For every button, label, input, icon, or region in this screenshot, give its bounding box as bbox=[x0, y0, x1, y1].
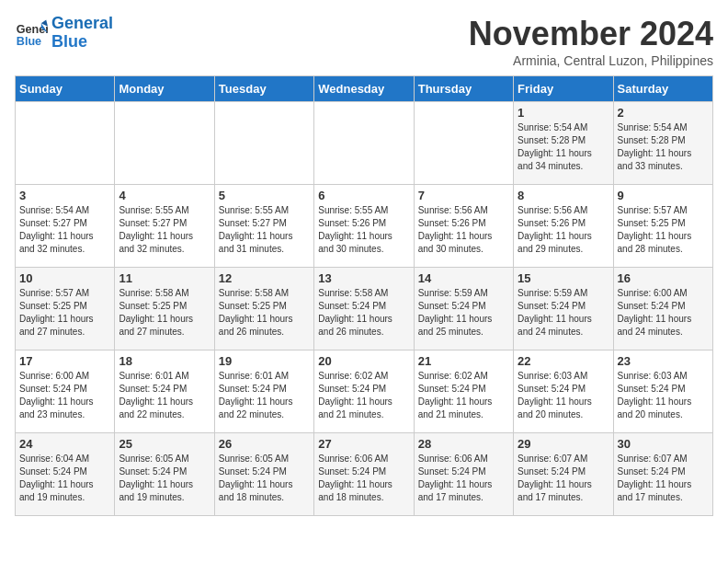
day-number: 13 bbox=[318, 271, 409, 285]
day-info: Sunrise: 6:01 AM Sunset: 5:24 PM Dayligh… bbox=[219, 370, 310, 421]
day-cell: 30Sunrise: 6:07 AM Sunset: 5:24 PM Dayli… bbox=[613, 433, 712, 516]
calendar-table: SundayMondayTuesdayWednesdayThursdayFrid… bbox=[15, 75, 713, 516]
day-cell bbox=[214, 102, 313, 185]
day-info: Sunrise: 5:54 AM Sunset: 5:27 PM Dayligh… bbox=[19, 204, 110, 256]
col-header-tuesday: Tuesday bbox=[214, 76, 313, 102]
day-info: Sunrise: 6:03 AM Sunset: 5:24 PM Dayligh… bbox=[618, 370, 709, 421]
day-number: 2 bbox=[618, 106, 709, 120]
day-info: Sunrise: 6:00 AM Sunset: 5:24 PM Dayligh… bbox=[19, 370, 110, 421]
day-cell: 3Sunrise: 5:54 AM Sunset: 5:27 PM Daylig… bbox=[16, 185, 115, 268]
day-cell: 16Sunrise: 6:00 AM Sunset: 5:24 PM Dayli… bbox=[613, 268, 712, 350]
day-info: Sunrise: 5:57 AM Sunset: 5:25 PM Dayligh… bbox=[618, 204, 709, 256]
day-cell bbox=[314, 102, 414, 185]
day-number: 30 bbox=[618, 437, 709, 451]
day-cell: 19Sunrise: 6:01 AM Sunset: 5:24 PM Dayli… bbox=[214, 350, 313, 433]
day-number: 24 bbox=[19, 437, 110, 451]
day-cell: 2Sunrise: 5:54 AM Sunset: 5:28 PM Daylig… bbox=[613, 102, 712, 185]
title-block: November 2024 Arminia, Central Luzon, Ph… bbox=[469, 15, 713, 68]
day-cell: 21Sunrise: 6:02 AM Sunset: 5:24 PM Dayli… bbox=[414, 350, 513, 433]
day-cell: 29Sunrise: 6:07 AM Sunset: 5:24 PM Dayli… bbox=[514, 433, 613, 516]
day-info: Sunrise: 5:58 AM Sunset: 5:25 PM Dayligh… bbox=[219, 287, 310, 339]
day-number: 10 bbox=[19, 271, 110, 285]
day-number: 6 bbox=[318, 189, 409, 202]
day-number: 20 bbox=[318, 354, 409, 368]
logo-icon: General Blue bbox=[15, 17, 48, 50]
header-row: SundayMondayTuesdayWednesdayThursdayFrid… bbox=[16, 76, 713, 102]
col-header-thursday: Thursday bbox=[414, 76, 513, 102]
day-cell: 9Sunrise: 5:57 AM Sunset: 5:25 PM Daylig… bbox=[613, 185, 712, 268]
logo: General Blue General Blue bbox=[15, 15, 113, 52]
day-cell: 12Sunrise: 5:58 AM Sunset: 5:25 PM Dayli… bbox=[214, 268, 313, 350]
day-cell: 6Sunrise: 5:55 AM Sunset: 5:26 PM Daylig… bbox=[314, 185, 414, 268]
day-cell bbox=[16, 102, 115, 185]
day-cell: 27Sunrise: 6:06 AM Sunset: 5:24 PM Dayli… bbox=[314, 433, 414, 516]
day-cell: 22Sunrise: 6:03 AM Sunset: 5:24 PM Dayli… bbox=[514, 350, 613, 433]
col-header-friday: Friday bbox=[514, 76, 613, 102]
day-info: Sunrise: 6:06 AM Sunset: 5:24 PM Dayligh… bbox=[318, 453, 409, 504]
day-number: 7 bbox=[418, 189, 509, 202]
day-info: Sunrise: 5:54 AM Sunset: 5:28 PM Dayligh… bbox=[518, 121, 609, 173]
day-number: 21 bbox=[418, 354, 509, 368]
day-cell: 20Sunrise: 6:02 AM Sunset: 5:24 PM Dayli… bbox=[314, 350, 414, 433]
logo-text-line1: General bbox=[51, 15, 113, 33]
day-info: Sunrise: 5:55 AM Sunset: 5:26 PM Dayligh… bbox=[318, 204, 409, 256]
day-cell: 24Sunrise: 6:04 AM Sunset: 5:24 PM Dayli… bbox=[16, 433, 115, 516]
day-info: Sunrise: 6:04 AM Sunset: 5:24 PM Dayligh… bbox=[19, 453, 110, 504]
day-number: 27 bbox=[318, 437, 409, 451]
day-info: Sunrise: 6:03 AM Sunset: 5:24 PM Dayligh… bbox=[518, 370, 609, 421]
day-cell: 11Sunrise: 5:58 AM Sunset: 5:25 PM Dayli… bbox=[115, 268, 214, 350]
day-info: Sunrise: 5:59 AM Sunset: 5:24 PM Dayligh… bbox=[518, 287, 609, 339]
day-cell: 26Sunrise: 6:05 AM Sunset: 5:24 PM Dayli… bbox=[214, 433, 313, 516]
day-info: Sunrise: 5:59 AM Sunset: 5:24 PM Dayligh… bbox=[418, 287, 509, 339]
day-cell: 4Sunrise: 5:55 AM Sunset: 5:27 PM Daylig… bbox=[115, 185, 214, 268]
day-info: Sunrise: 6:07 AM Sunset: 5:24 PM Dayligh… bbox=[518, 453, 609, 504]
day-cell: 17Sunrise: 6:00 AM Sunset: 5:24 PM Dayli… bbox=[16, 350, 115, 433]
day-info: Sunrise: 5:57 AM Sunset: 5:25 PM Dayligh… bbox=[19, 287, 110, 339]
day-number: 15 bbox=[518, 271, 609, 285]
day-cell: 8Sunrise: 5:56 AM Sunset: 5:26 PM Daylig… bbox=[514, 185, 613, 268]
day-cell: 5Sunrise: 5:55 AM Sunset: 5:27 PM Daylig… bbox=[214, 185, 313, 268]
day-info: Sunrise: 6:05 AM Sunset: 5:24 PM Dayligh… bbox=[219, 453, 310, 504]
day-number: 11 bbox=[119, 271, 210, 285]
day-number: 9 bbox=[618, 189, 709, 202]
day-cell bbox=[414, 102, 513, 185]
day-number: 25 bbox=[119, 437, 210, 451]
day-info: Sunrise: 5:58 AM Sunset: 5:25 PM Dayligh… bbox=[119, 287, 210, 339]
day-cell: 28Sunrise: 6:06 AM Sunset: 5:24 PM Dayli… bbox=[414, 433, 513, 516]
day-number: 14 bbox=[418, 271, 509, 285]
col-header-saturday: Saturday bbox=[613, 76, 712, 102]
day-cell: 1Sunrise: 5:54 AM Sunset: 5:28 PM Daylig… bbox=[514, 102, 613, 185]
day-number: 18 bbox=[119, 354, 210, 368]
day-number: 29 bbox=[518, 437, 609, 451]
day-cell: 7Sunrise: 5:56 AM Sunset: 5:26 PM Daylig… bbox=[414, 185, 513, 268]
week-row-4: 17Sunrise: 6:00 AM Sunset: 5:24 PM Dayli… bbox=[16, 350, 713, 433]
day-number: 23 bbox=[618, 354, 709, 368]
day-cell: 23Sunrise: 6:03 AM Sunset: 5:24 PM Dayli… bbox=[613, 350, 712, 433]
day-info: Sunrise: 5:55 AM Sunset: 5:27 PM Dayligh… bbox=[219, 204, 310, 256]
col-header-sunday: Sunday bbox=[16, 76, 115, 102]
day-info: Sunrise: 5:56 AM Sunset: 5:26 PM Dayligh… bbox=[518, 204, 609, 256]
day-info: Sunrise: 6:02 AM Sunset: 5:24 PM Dayligh… bbox=[318, 370, 409, 421]
col-header-wednesday: Wednesday bbox=[314, 76, 414, 102]
week-row-2: 3Sunrise: 5:54 AM Sunset: 5:27 PM Daylig… bbox=[16, 185, 713, 268]
day-info: Sunrise: 5:58 AM Sunset: 5:24 PM Dayligh… bbox=[318, 287, 409, 339]
svg-text:Blue: Blue bbox=[17, 34, 41, 47]
day-info: Sunrise: 6:00 AM Sunset: 5:24 PM Dayligh… bbox=[618, 287, 709, 339]
location: Arminia, Central Luzon, Philippines bbox=[469, 53, 713, 68]
week-row-1: 1Sunrise: 5:54 AM Sunset: 5:28 PM Daylig… bbox=[16, 102, 713, 185]
day-info: Sunrise: 6:05 AM Sunset: 5:24 PM Dayligh… bbox=[119, 453, 210, 504]
day-info: Sunrise: 6:01 AM Sunset: 5:24 PM Dayligh… bbox=[119, 370, 210, 421]
week-row-3: 10Sunrise: 5:57 AM Sunset: 5:25 PM Dayli… bbox=[16, 268, 713, 350]
page-header: General Blue General Blue November 2024 … bbox=[15, 15, 713, 68]
day-number: 28 bbox=[418, 437, 509, 451]
day-info: Sunrise: 5:54 AM Sunset: 5:28 PM Dayligh… bbox=[618, 121, 709, 173]
logo-text-line2: Blue bbox=[51, 33, 113, 52]
day-number: 12 bbox=[219, 271, 310, 285]
day-cell: 25Sunrise: 6:05 AM Sunset: 5:24 PM Dayli… bbox=[115, 433, 214, 516]
day-cell: 15Sunrise: 5:59 AM Sunset: 5:24 PM Dayli… bbox=[514, 268, 613, 350]
day-number: 5 bbox=[219, 189, 310, 202]
day-number: 8 bbox=[518, 189, 609, 202]
day-cell bbox=[115, 102, 214, 185]
day-number: 19 bbox=[219, 354, 310, 368]
day-number: 26 bbox=[219, 437, 310, 451]
